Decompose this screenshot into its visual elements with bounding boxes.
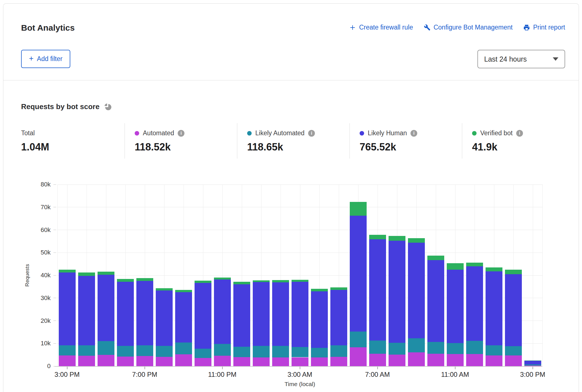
bar-segment-likely-automated[interactable]: [311, 348, 328, 357]
bar-segment-automated[interactable]: [466, 354, 483, 366]
bar-segment-likely-automated[interactable]: [175, 343, 192, 354]
bar-segment-verified-bot[interactable]: [369, 235, 386, 239]
bar-segment-likely-automated[interactable]: [447, 343, 464, 354]
bar-segment-automated[interactable]: [98, 355, 114, 366]
bar-segment-likely-human[interactable]: [330, 290, 347, 345]
bar-segment-likely-human[interactable]: [136, 281, 153, 345]
bar-segment-automated[interactable]: [175, 354, 192, 366]
bar-segment-likely-human[interactable]: [466, 266, 483, 341]
bar-segment-likely-automated[interactable]: [253, 346, 270, 357]
bar-segment-likely-automated[interactable]: [59, 345, 76, 355]
bar-segment-verified-bot[interactable]: [389, 236, 405, 241]
bar-segment-likely-human[interactable]: [156, 290, 173, 346]
y-tick-mark: [53, 230, 56, 230]
bar-segment-likely-automated[interactable]: [78, 345, 95, 356]
bar-segment-verified-bot[interactable]: [292, 280, 308, 282]
bar-segment-likely-human[interactable]: [486, 271, 502, 345]
bar-segment-automated[interactable]: [272, 357, 289, 366]
bar-segment-verified-bot[interactable]: [272, 280, 289, 282]
bar-segment-verified-bot[interactable]: [214, 278, 231, 279]
bar-segment-likely-human[interactable]: [447, 270, 464, 343]
bar-segment-likely-human[interactable]: [524, 361, 541, 365]
bar-segment-verified-bot[interactable]: [466, 263, 483, 266]
bar-segment-verified-bot[interactable]: [175, 290, 192, 292]
bar-segment-verified-bot[interactable]: [427, 256, 444, 260]
bar-segment-likely-automated[interactable]: [117, 346, 134, 357]
bar-segment-verified-bot[interactable]: [195, 281, 211, 283]
bar-segment-automated[interactable]: [233, 357, 250, 366]
bar-segment-automated[interactable]: [505, 355, 522, 366]
bar-segment-likely-human[interactable]: [98, 275, 114, 341]
bar-segment-verified-bot[interactable]: [486, 267, 502, 272]
bar-segment-likely-automated[interactable]: [136, 345, 153, 356]
bar-segment-likely-automated[interactable]: [272, 346, 289, 357]
bar-segment-likely-human[interactable]: [253, 282, 270, 346]
bar-segment-automated[interactable]: [136, 356, 153, 366]
bar-segment-likely-human[interactable]: [78, 276, 95, 345]
bar-segment-verified-bot[interactable]: [505, 270, 522, 274]
bar-segment-automated[interactable]: [330, 357, 347, 366]
bar-segment-likely-automated[interactable]: [214, 344, 231, 356]
bar-segment-automated[interactable]: [350, 347, 367, 366]
bar-segment-likely-human[interactable]: [408, 243, 425, 339]
bar-segment-automated[interactable]: [486, 355, 502, 366]
bar-segment-likely-automated[interactable]: [350, 332, 367, 347]
bar-segment-verified-bot[interactable]: [524, 361, 541, 361]
bar-segment-likely-human[interactable]: [233, 284, 250, 346]
bar-segment-automated[interactable]: [311, 357, 328, 366]
bar-segment-likely-automated[interactable]: [195, 349, 211, 358]
bar-segment-automated[interactable]: [59, 355, 76, 366]
bar-segment-likely-human[interactable]: [350, 216, 367, 332]
bar-segment-likely-automated[interactable]: [466, 341, 483, 354]
bar-segment-automated[interactable]: [292, 357, 308, 366]
bar-segment-automated[interactable]: [447, 354, 464, 366]
bar-segment-verified-bot[interactable]: [330, 287, 347, 290]
bar-segment-automated[interactable]: [214, 356, 231, 366]
bar-segment-verified-bot[interactable]: [156, 288, 173, 290]
bar-segment-likely-automated[interactable]: [369, 341, 386, 354]
bar-segment-likely-human[interactable]: [427, 260, 444, 342]
bar-segment-likely-human[interactable]: [292, 282, 308, 347]
bar-segment-verified-bot[interactable]: [136, 278, 153, 281]
bar-segment-verified-bot[interactable]: [253, 280, 270, 282]
bar-segment-likely-human[interactable]: [195, 283, 211, 348]
bar-segment-likely-human[interactable]: [117, 282, 134, 346]
bar-segment-automated[interactable]: [195, 358, 211, 366]
bar-segment-likely-human[interactable]: [389, 241, 405, 343]
bar-segment-automated[interactable]: [369, 354, 386, 366]
bar-segment-automated[interactable]: [117, 357, 134, 366]
bar-segment-likely-human[interactable]: [214, 280, 231, 344]
bar-segment-automated[interactable]: [253, 357, 270, 366]
bar-segment-likely-human[interactable]: [175, 292, 192, 343]
bar-segment-automated[interactable]: [408, 352, 425, 366]
bar-segment-automated[interactable]: [156, 357, 173, 366]
bar-segment-likely-automated[interactable]: [524, 364, 541, 365]
bar-segment-automated[interactable]: [389, 355, 405, 366]
bar-segment-likely-automated[interactable]: [389, 343, 405, 355]
bar-segment-verified-bot[interactable]: [98, 272, 114, 275]
bar-segment-likely-automated[interactable]: [233, 347, 250, 357]
bar-segment-likely-automated[interactable]: [486, 345, 502, 355]
bar-segment-verified-bot[interactable]: [233, 282, 250, 285]
bar-segment-likely-automated[interactable]: [505, 346, 522, 355]
bar-segment-likely-automated[interactable]: [427, 342, 444, 353]
bar-segment-verified-bot[interactable]: [350, 202, 367, 215]
bar-segment-likely-human[interactable]: [505, 274, 522, 346]
bar-segment-likely-automated[interactable]: [98, 341, 114, 355]
bar-segment-verified-bot[interactable]: [311, 289, 328, 292]
bar-segment-automated[interactable]: [78, 356, 95, 366]
bar-segment-likely-human[interactable]: [311, 291, 328, 348]
bar-segment-likely-automated[interactable]: [156, 346, 173, 357]
bar-segment-likely-human[interactable]: [272, 282, 289, 346]
bar-segment-likely-human[interactable]: [59, 272, 76, 345]
bar-segment-automated[interactable]: [427, 354, 444, 366]
bar-segment-verified-bot[interactable]: [408, 238, 425, 243]
bar-segment-likely-human[interactable]: [369, 239, 386, 340]
bar-segment-verified-bot[interactable]: [117, 279, 134, 282]
bar-segment-verified-bot[interactable]: [59, 270, 76, 272]
bar-segment-likely-automated[interactable]: [292, 347, 308, 357]
bar-segment-likely-automated[interactable]: [408, 338, 425, 352]
bar-segment-verified-bot[interactable]: [447, 263, 464, 270]
bar-segment-verified-bot[interactable]: [78, 272, 95, 276]
bar-segment-likely-automated[interactable]: [330, 345, 347, 357]
